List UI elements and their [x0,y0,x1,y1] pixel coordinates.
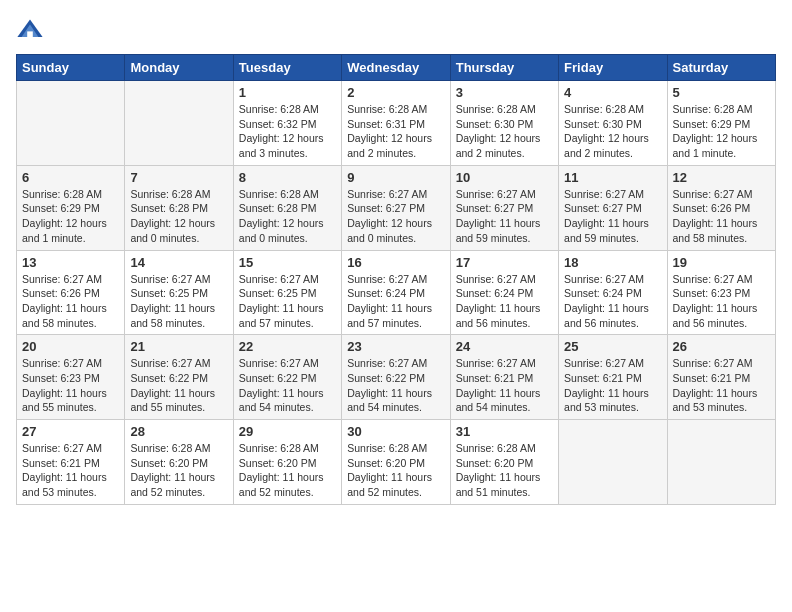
calendar-cell: 18Sunrise: 6:27 AMSunset: 6:24 PMDayligh… [559,250,667,335]
day-info: Sunrise: 6:27 AMSunset: 6:21 PMDaylight:… [456,356,553,415]
day-number: 1 [239,85,336,100]
calendar-cell [559,420,667,505]
day-number: 23 [347,339,444,354]
day-info: Sunrise: 6:27 AMSunset: 6:27 PMDaylight:… [347,187,444,246]
day-number: 15 [239,255,336,270]
day-number: 12 [673,170,770,185]
calendar-cell: 1Sunrise: 6:28 AMSunset: 6:32 PMDaylight… [233,81,341,166]
day-number: 7 [130,170,227,185]
calendar-cell: 9Sunrise: 6:27 AMSunset: 6:27 PMDaylight… [342,165,450,250]
page-header [16,16,776,44]
calendar-cell [17,81,125,166]
day-number: 19 [673,255,770,270]
calendar-cell: 21Sunrise: 6:27 AMSunset: 6:22 PMDayligh… [125,335,233,420]
day-info: Sunrise: 6:28 AMSunset: 6:20 PMDaylight:… [347,441,444,500]
day-number: 10 [456,170,553,185]
day-info: Sunrise: 6:28 AMSunset: 6:28 PMDaylight:… [239,187,336,246]
day-number: 13 [22,255,119,270]
calendar-cell: 5Sunrise: 6:28 AMSunset: 6:29 PMDaylight… [667,81,775,166]
day-info: Sunrise: 6:27 AMSunset: 6:25 PMDaylight:… [239,272,336,331]
day-number: 22 [239,339,336,354]
day-info: Sunrise: 6:27 AMSunset: 6:25 PMDaylight:… [130,272,227,331]
column-header-thursday: Thursday [450,55,558,81]
calendar-cell: 26Sunrise: 6:27 AMSunset: 6:21 PMDayligh… [667,335,775,420]
calendar-cell: 24Sunrise: 6:27 AMSunset: 6:21 PMDayligh… [450,335,558,420]
calendar-cell [667,420,775,505]
day-number: 25 [564,339,661,354]
day-number: 26 [673,339,770,354]
day-number: 29 [239,424,336,439]
calendar-cell: 22Sunrise: 6:27 AMSunset: 6:22 PMDayligh… [233,335,341,420]
calendar-cell: 13Sunrise: 6:27 AMSunset: 6:26 PMDayligh… [17,250,125,335]
day-number: 8 [239,170,336,185]
day-number: 16 [347,255,444,270]
day-number: 31 [456,424,553,439]
day-info: Sunrise: 6:28 AMSunset: 6:32 PMDaylight:… [239,102,336,161]
day-info: Sunrise: 6:27 AMSunset: 6:22 PMDaylight:… [130,356,227,415]
calendar-cell: 6Sunrise: 6:28 AMSunset: 6:29 PMDaylight… [17,165,125,250]
calendar-week-row: 1Sunrise: 6:28 AMSunset: 6:32 PMDaylight… [17,81,776,166]
calendar-cell: 23Sunrise: 6:27 AMSunset: 6:22 PMDayligh… [342,335,450,420]
day-info: Sunrise: 6:27 AMSunset: 6:21 PMDaylight:… [564,356,661,415]
day-info: Sunrise: 6:28 AMSunset: 6:28 PMDaylight:… [130,187,227,246]
day-info: Sunrise: 6:27 AMSunset: 6:23 PMDaylight:… [22,356,119,415]
day-number: 4 [564,85,661,100]
day-info: Sunrise: 6:27 AMSunset: 6:26 PMDaylight:… [673,187,770,246]
day-info: Sunrise: 6:28 AMSunset: 6:20 PMDaylight:… [239,441,336,500]
day-number: 17 [456,255,553,270]
calendar-cell: 25Sunrise: 6:27 AMSunset: 6:21 PMDayligh… [559,335,667,420]
calendar-week-row: 13Sunrise: 6:27 AMSunset: 6:26 PMDayligh… [17,250,776,335]
day-info: Sunrise: 6:27 AMSunset: 6:24 PMDaylight:… [456,272,553,331]
day-info: Sunrise: 6:27 AMSunset: 6:23 PMDaylight:… [673,272,770,331]
calendar-cell: 2Sunrise: 6:28 AMSunset: 6:31 PMDaylight… [342,81,450,166]
column-header-monday: Monday [125,55,233,81]
calendar-week-row: 27Sunrise: 6:27 AMSunset: 6:21 PMDayligh… [17,420,776,505]
day-info: Sunrise: 6:27 AMSunset: 6:27 PMDaylight:… [456,187,553,246]
day-info: Sunrise: 6:28 AMSunset: 6:30 PMDaylight:… [456,102,553,161]
calendar-cell: 8Sunrise: 6:28 AMSunset: 6:28 PMDaylight… [233,165,341,250]
day-info: Sunrise: 6:27 AMSunset: 6:22 PMDaylight:… [239,356,336,415]
column-header-saturday: Saturday [667,55,775,81]
day-info: Sunrise: 6:27 AMSunset: 6:22 PMDaylight:… [347,356,444,415]
day-info: Sunrise: 6:27 AMSunset: 6:24 PMDaylight:… [347,272,444,331]
calendar-cell: 28Sunrise: 6:28 AMSunset: 6:20 PMDayligh… [125,420,233,505]
day-info: Sunrise: 6:28 AMSunset: 6:29 PMDaylight:… [673,102,770,161]
calendar-cell: 11Sunrise: 6:27 AMSunset: 6:27 PMDayligh… [559,165,667,250]
calendar-cell: 17Sunrise: 6:27 AMSunset: 6:24 PMDayligh… [450,250,558,335]
day-info: Sunrise: 6:27 AMSunset: 6:26 PMDaylight:… [22,272,119,331]
day-number: 14 [130,255,227,270]
day-number: 6 [22,170,119,185]
calendar-week-row: 20Sunrise: 6:27 AMSunset: 6:23 PMDayligh… [17,335,776,420]
column-header-friday: Friday [559,55,667,81]
day-info: Sunrise: 6:27 AMSunset: 6:21 PMDaylight:… [22,441,119,500]
day-number: 5 [673,85,770,100]
day-number: 20 [22,339,119,354]
day-info: Sunrise: 6:27 AMSunset: 6:21 PMDaylight:… [673,356,770,415]
day-number: 27 [22,424,119,439]
day-number: 28 [130,424,227,439]
day-number: 11 [564,170,661,185]
calendar-cell: 20Sunrise: 6:27 AMSunset: 6:23 PMDayligh… [17,335,125,420]
calendar-cell: 7Sunrise: 6:28 AMSunset: 6:28 PMDaylight… [125,165,233,250]
calendar-cell: 19Sunrise: 6:27 AMSunset: 6:23 PMDayligh… [667,250,775,335]
calendar-cell: 10Sunrise: 6:27 AMSunset: 6:27 PMDayligh… [450,165,558,250]
day-number: 3 [456,85,553,100]
column-header-wednesday: Wednesday [342,55,450,81]
calendar-header-row: SundayMondayTuesdayWednesdayThursdayFrid… [17,55,776,81]
calendar-week-row: 6Sunrise: 6:28 AMSunset: 6:29 PMDaylight… [17,165,776,250]
day-info: Sunrise: 6:28 AMSunset: 6:31 PMDaylight:… [347,102,444,161]
day-info: Sunrise: 6:28 AMSunset: 6:20 PMDaylight:… [130,441,227,500]
calendar-cell: 27Sunrise: 6:27 AMSunset: 6:21 PMDayligh… [17,420,125,505]
day-info: Sunrise: 6:27 AMSunset: 6:27 PMDaylight:… [564,187,661,246]
day-info: Sunrise: 6:27 AMSunset: 6:24 PMDaylight:… [564,272,661,331]
day-number: 24 [456,339,553,354]
calendar-cell: 15Sunrise: 6:27 AMSunset: 6:25 PMDayligh… [233,250,341,335]
calendar-cell: 30Sunrise: 6:28 AMSunset: 6:20 PMDayligh… [342,420,450,505]
day-number: 21 [130,339,227,354]
svg-rect-2 [27,31,33,37]
calendar-cell: 4Sunrise: 6:28 AMSunset: 6:30 PMDaylight… [559,81,667,166]
calendar-cell: 31Sunrise: 6:28 AMSunset: 6:20 PMDayligh… [450,420,558,505]
calendar-cell: 29Sunrise: 6:28 AMSunset: 6:20 PMDayligh… [233,420,341,505]
calendar-cell: 3Sunrise: 6:28 AMSunset: 6:30 PMDaylight… [450,81,558,166]
day-number: 2 [347,85,444,100]
